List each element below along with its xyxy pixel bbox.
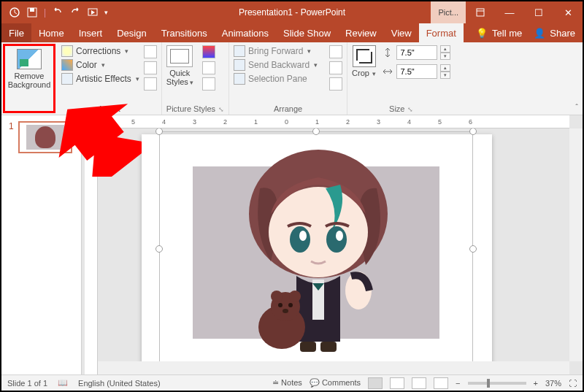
remove-background-button[interactable]: Remove Background <box>3 44 55 113</box>
height-field[interactable]: 7.5" ▴▾ <box>382 45 450 60</box>
ribbon-options-icon[interactable] <box>466 1 495 23</box>
slideshow-view-button[interactable] <box>434 377 448 389</box>
horizontal-scrollbar[interactable] <box>98 361 569 374</box>
resize-handle-r[interactable] <box>469 245 477 253</box>
qat-dropdown-icon[interactable]: ▾ <box>104 9 108 16</box>
tab-slideshow[interactable]: Slide Show <box>276 23 338 42</box>
thumbnail-image <box>26 125 64 150</box>
maximize-button[interactable]: ☐ <box>524 1 553 23</box>
svg-point-10 <box>336 231 343 241</box>
resize-handle-l[interactable] <box>155 245 163 253</box>
zoom-slider[interactable] <box>468 382 526 385</box>
status-bar: Slide 1 of 1 📖 English (United States) ≐… <box>1 374 583 391</box>
group-adjust: Corrections▾ Color▾ Artistic Effects▾ Ad… <box>57 42 162 115</box>
slide-indicator[interactable]: Slide 1 of 1 <box>7 379 47 388</box>
collapse-ribbon-icon[interactable]: ˆ <box>575 103 578 112</box>
quick-styles-button[interactable]: Quick Styles▾ <box>166 45 193 86</box>
minimize-button[interactable]: — <box>495 1 524 23</box>
tab-insert[interactable]: Insert <box>72 23 110 42</box>
tab-animations[interactable]: Animations <box>215 23 276 42</box>
zoom-out-button[interactable]: − <box>456 379 460 388</box>
workspace: 1 6 5 4 3 2 1 0 1 2 3 4 5 6 <box>1 115 583 374</box>
height-icon <box>382 47 393 58</box>
svg-point-19 <box>283 309 288 313</box>
chevron-down-icon: ▾ <box>101 61 105 69</box>
dialog-launcher-icon[interactable]: ⤡ <box>218 106 224 113</box>
chevron-down-icon: ▾ <box>190 79 193 86</box>
reading-view-button[interactable] <box>412 377 426 389</box>
redo-icon[interactable] <box>69 7 81 18</box>
corrections-icon <box>61 45 73 57</box>
picture-effects-button[interactable] <box>202 61 215 74</box>
artistic-icon <box>61 73 73 85</box>
align-button[interactable] <box>329 45 342 58</box>
tab-review[interactable]: Review <box>338 23 384 42</box>
tab-design[interactable]: Design <box>110 23 153 42</box>
dialog-launcher-icon[interactable]: ⤡ <box>407 106 413 113</box>
picture-border-button[interactable] <box>202 45 215 58</box>
svg-point-16 <box>289 291 301 302</box>
picture-illustration <box>231 145 406 356</box>
width-input[interactable]: 7.5" <box>396 64 437 79</box>
undo-icon[interactable] <box>52 7 64 18</box>
svg-point-15 <box>271 291 283 302</box>
width-down[interactable]: ▾ <box>440 72 450 79</box>
tab-format[interactable]: Format <box>419 23 464 42</box>
fit-to-window-button[interactable]: ⛶ <box>569 379 577 388</box>
send-backward-icon <box>234 59 245 71</box>
save-icon[interactable] <box>26 7 38 18</box>
chevron-down-icon: ▾ <box>125 47 128 55</box>
tab-file[interactable]: File <box>1 23 31 42</box>
color-button[interactable]: Color▾ <box>61 59 139 71</box>
zoom-level[interactable]: 37% <box>545 379 561 388</box>
slide-sorter-button[interactable] <box>390 377 404 389</box>
picture-layout-button[interactable] <box>202 77 215 91</box>
artistic-effects-button[interactable]: Artistic Effects▾ <box>61 73 139 85</box>
tab-view[interactable]: View <box>384 23 419 42</box>
autosave-icon[interactable] <box>9 7 20 18</box>
ribbon: Remove Background Corrections▾ Color▾ Ar… <box>1 42 583 115</box>
normal-view-button[interactable] <box>368 377 383 389</box>
height-input[interactable]: 7.5" <box>396 45 437 60</box>
group-arrange: Bring Forward▾ Send Backward▾ Selection … <box>229 42 347 115</box>
rotate-button[interactable] <box>329 77 342 91</box>
vertical-scrollbar[interactable] <box>569 128 583 361</box>
height-up[interactable]: ▴ <box>440 45 450 53</box>
selection-pane-button[interactable]: Selection Pane <box>234 73 318 85</box>
spellcheck-icon[interactable]: 📖 <box>58 378 68 388</box>
zoom-in-button[interactable]: + <box>534 379 538 388</box>
change-picture-button[interactable] <box>144 61 157 74</box>
thumb-number: 1 <box>9 121 14 153</box>
compress-pictures-button[interactable] <box>144 45 157 58</box>
comments-button[interactable]: 💬 Comments <box>310 378 361 388</box>
remove-bg-label2: Background <box>8 80 51 89</box>
group-label-adjust: Adjust <box>61 104 157 113</box>
ribbon-tabs: File Home Insert Design Transitions Anim… <box>1 23 583 42</box>
reset-picture-button[interactable] <box>144 77 157 91</box>
group-picture-styles: Quick Styles▾ Picture Styles⤡ <box>162 42 229 115</box>
slide-thumbnail-pane[interactable]: 1 <box>1 115 82 374</box>
svg-point-18 <box>288 303 293 307</box>
slide-canvas[interactable] <box>98 128 569 361</box>
bring-forward-button[interactable]: Bring Forward▾ <box>234 45 318 57</box>
crop-button[interactable]: Crop ▾ <box>352 45 376 77</box>
tell-me[interactable]: Tell me <box>492 28 522 39</box>
crop-icon <box>353 45 376 67</box>
notes-button[interactable]: ≐ Notes <box>272 378 302 388</box>
width-up[interactable]: ▴ <box>440 64 450 72</box>
group-size: Crop ▾ 7.5" ▴▾ 7.5" ▴▾ Size⤡ <box>347 42 455 115</box>
start-slideshow-icon[interactable] <box>87 7 99 18</box>
group-objects-button[interactable] <box>329 61 342 74</box>
corrections-button[interactable]: Corrections▾ <box>61 45 139 57</box>
height-down[interactable]: ▾ <box>440 53 450 60</box>
width-field[interactable]: 7.5" ▴▾ <box>382 64 450 79</box>
tab-transitions[interactable]: Transitions <box>154 23 215 42</box>
slide-thumbnail-1[interactable] <box>18 121 72 153</box>
app-name: PowerPoint <box>301 7 345 18</box>
language-indicator[interactable]: English (United States) <box>78 379 161 388</box>
tab-home[interactable]: Home <box>31 23 72 42</box>
selected-picture[interactable] <box>159 131 473 361</box>
share-button[interactable]: Share <box>550 28 575 39</box>
send-backward-button[interactable]: Send Backward▾ <box>234 59 318 71</box>
close-button[interactable]: ✕ <box>553 1 583 23</box>
